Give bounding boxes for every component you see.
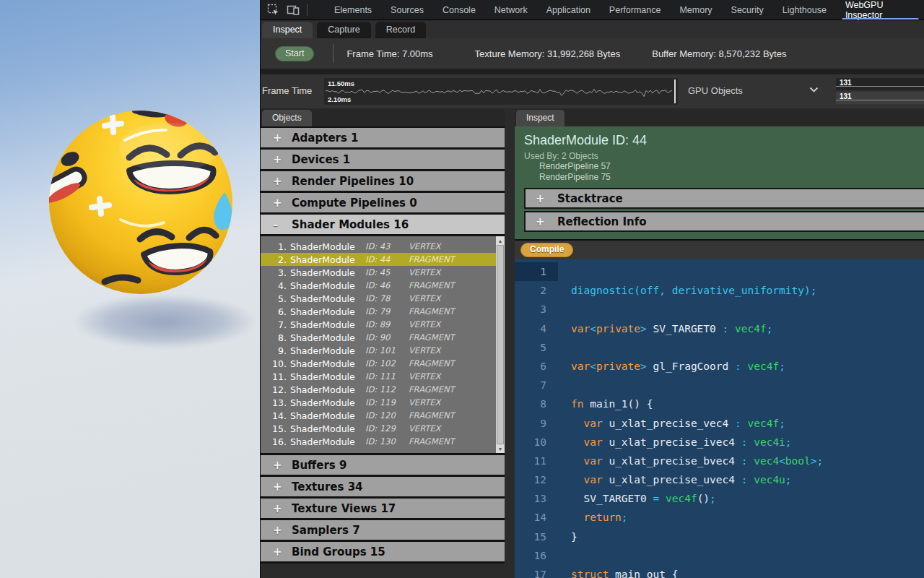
shader-module-row[interactable]: 13.ShaderModuleID: 119VERTEX: [261, 396, 496, 409]
emoji-ball: [48, 110, 233, 295]
module-stage: VERTEX: [409, 345, 440, 355]
accordion-header-render-pipelines-10[interactable]: +Render Pipelines 10: [261, 171, 505, 193]
detail-sections: +Stacktrace+Reflection Info: [524, 188, 924, 232]
objects-panel: Objects +Adapters 1+Devices 1+Render Pip…: [261, 108, 505, 578]
shader-module-row[interactable]: 10.ShaderModuleID: 102FRAGMENT: [261, 357, 496, 370]
module-name: ShaderModule: [290, 319, 361, 330]
module-name: ShaderModule: [290, 358, 361, 369]
tab-inspect[interactable]: Inspect: [516, 110, 565, 126]
code-line: 6var<private> gl_FragCoord : vec4f;: [515, 357, 924, 376]
main-tab-network[interactable]: Network: [485, 0, 537, 20]
shader-module-row[interactable]: 15.ShaderModuleID: 129VERTEX: [261, 422, 496, 435]
main-tab-elements[interactable]: Elements: [325, 0, 381, 20]
module-id: ID: 102: [365, 358, 406, 368]
module-number: 13.: [266, 397, 287, 408]
plus-icon: +: [273, 480, 292, 493]
shader-module-title: ShaderModule ID: 44: [524, 133, 924, 148]
inspect-element-icon[interactable]: [267, 4, 279, 16]
scrollbar-thumb[interactable]: [497, 245, 504, 444]
screen: ElementsSourcesConsoleNetworkApplication…: [0, 0, 924, 578]
code-text: return;: [558, 508, 628, 527]
accordion-header-devices-1[interactable]: +Devices 1: [261, 150, 505, 171]
code-line: 9 var u_xlat_precise_vec4 : vec4f;: [515, 414, 924, 433]
module-number: 14.: [266, 410, 287, 421]
accordion-header-samplers-7[interactable]: +Samplers 7: [261, 520, 505, 542]
main-tab-application[interactable]: Application: [537, 0, 600, 20]
accordion-header-textures-34[interactable]: +Textures 34: [261, 477, 505, 499]
module-id: ID: 45: [365, 267, 406, 277]
shader-module-row[interactable]: 1.ShaderModuleID: 43VERTEX: [261, 240, 496, 253]
main-tab-webgpu-inspector[interactable]: WebGPU Inspector: [836, 0, 924, 20]
shader-module-row[interactable]: 5.ShaderModuleID: 78VERTEX: [261, 292, 496, 305]
module-id: ID: 119: [365, 397, 406, 407]
scrollbar-up-icon[interactable]: ▲: [496, 236, 505, 245]
device-toolbar-icon[interactable]: [287, 4, 300, 16]
code-line: 3: [515, 300, 924, 319]
shader-module-row[interactable]: 4.ShaderModuleID: 46FRAGMENT: [261, 279, 496, 292]
plus-icon: +: [273, 153, 292, 166]
chevron-down-icon[interactable]: [809, 87, 819, 92]
module-stage: VERTEX: [409, 423, 440, 434]
shader-module-row[interactable]: 9.ShaderModuleID: 101VERTEX: [261, 344, 496, 357]
plus-icon: +: [536, 192, 557, 205]
module-stage: FRAGMENT: [409, 436, 455, 447]
shader-module-row[interactable]: 2.ShaderModuleID: 44FRAGMENT: [261, 253, 496, 266]
module-number: 1.: [266, 241, 287, 252]
accordion-header-texture-views-17[interactable]: +Texture Views 17: [261, 499, 505, 520]
accordion-header-bind-groups-15[interactable]: +Bind Groups 15: [261, 542, 505, 564]
accordion-header-adapters-1[interactable]: +Adapters 1: [261, 128, 505, 150]
frame-graph-label: Frame Time: [262, 85, 312, 96]
shader-module-row[interactable]: 11.ShaderModuleID: 111VERTEX: [261, 370, 496, 383]
compile-button[interactable]: Compile: [520, 243, 573, 257]
accordion-header-shader-modules-16[interactable]: –Shader Modules 16: [261, 215, 505, 236]
main-tab-lighthouse[interactable]: Lighthouse: [773, 0, 836, 20]
module-id: ID: 78: [365, 293, 406, 303]
shader-module-row[interactable]: 7.ShaderModuleID: 89VERTEX: [261, 318, 496, 331]
main-tab-memory[interactable]: Memory: [670, 0, 721, 20]
frame-time-graph[interactable]: 11.50ms 2.10ms: [324, 78, 678, 105]
graph-min-label: 2.10ms: [328, 95, 351, 103]
shader-module-row[interactable]: 16.ShaderModuleID: 130FRAGMENT: [261, 435, 496, 448]
module-stage: VERTEX: [409, 267, 440, 277]
section-bar-stacktrace[interactable]: +Stacktrace: [524, 188, 924, 209]
module-stage: FRAGMENT: [409, 410, 455, 420]
plus-icon: +: [273, 545, 292, 558]
line-number: 1: [515, 262, 558, 281]
subtab-capture[interactable]: Capture: [317, 22, 370, 38]
gpu-objects-dropdown[interactable]: GPU Objects: [688, 85, 743, 96]
code-text: var<private> SV_TARGET0 : vec4f;: [558, 319, 772, 338]
scrollbar-down-icon[interactable]: ▼: [496, 444, 505, 453]
main-tab-sources[interactable]: Sources: [381, 0, 433, 20]
minus-icon: –: [273, 218, 292, 231]
accordion-header-buffers-9[interactable]: +Buffers 9: [261, 455, 505, 477]
code-line: 17struct main_out {: [515, 565, 924, 578]
subtab-record[interactable]: Record: [375, 22, 426, 38]
gpu-objects-sparkline: 131: [836, 92, 924, 104]
code-text: SV_TARGET0 = vec4f();: [558, 489, 716, 508]
line-number: 11: [515, 452, 558, 470]
shader-module-row[interactable]: 6.ShaderModuleID: 79FRAGMENT: [261, 305, 496, 318]
shader-module-row[interactable]: 12.ShaderModuleID: 112FRAGMENT: [261, 383, 496, 396]
used-by-item[interactable]: RenderPipeline 75: [539, 172, 924, 183]
section-bar-reflection-info[interactable]: +Reflection Info: [524, 211, 924, 232]
shader-module-row[interactable]: 3.ShaderModuleID: 45VERTEX: [261, 266, 496, 279]
graph-max-label: 11.50ms: [328, 79, 354, 87]
tab-objects[interactable]: Objects: [262, 110, 312, 126]
accordion-header-compute-pipelines-0[interactable]: +Compute Pipelines 0: [261, 193, 505, 215]
main-tab-security[interactable]: Security: [722, 0, 773, 20]
start-button[interactable]: Start: [275, 46, 314, 61]
used-by-item[interactable]: RenderPipeline 57: [539, 161, 924, 172]
accordion-label: Textures 34: [292, 480, 363, 493]
subtab-inspect[interactable]: Inspect: [262, 22, 313, 38]
shader-code-editor[interactable]: 12diagnostic(off, derivative_uniformity)…: [515, 259, 924, 578]
main-tab-performance[interactable]: Performance: [600, 0, 671, 20]
module-stage: VERTEX: [409, 319, 440, 329]
webgpu-canvas-scene[interactable]: [0, 0, 260, 578]
scrollbar[interactable]: ▲▼: [496, 236, 505, 453]
plus-icon: +: [273, 524, 292, 537]
shader-module-row[interactable]: 14.ShaderModuleID: 120FRAGMENT: [261, 409, 496, 422]
line-number: 10: [515, 433, 558, 452]
objects-tabbar: Objects: [261, 108, 505, 126]
shader-module-row[interactable]: 8.ShaderModuleID: 90FRAGMENT: [261, 331, 496, 344]
main-tab-console[interactable]: Console: [433, 0, 485, 20]
